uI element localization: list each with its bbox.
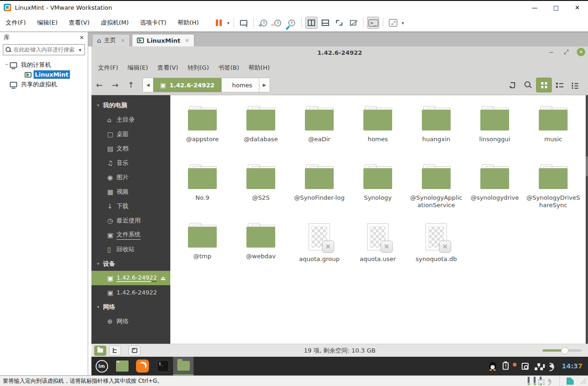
nemo-sidebar-item[interactable]: ▢ 桌面 xyxy=(91,127,170,141)
file-item[interactable]: ✕ @SynologyDriveShareSync xyxy=(524,160,582,219)
vmware-menu-item[interactable]: 虚拟机(M) xyxy=(95,17,134,29)
show-desktop-button[interactable] xyxy=(112,357,132,375)
vmware-menu-item[interactable]: 选项卡(T) xyxy=(134,17,172,29)
vmware-menu-item[interactable]: 编辑(E) xyxy=(32,17,63,29)
show-library-button[interactable] xyxy=(305,17,317,29)
up-button[interactable]: ↑ xyxy=(123,78,139,92)
nemo-menu-item[interactable]: 查看(V) xyxy=(153,62,183,74)
minimize-button[interactable]: — xyxy=(524,1,545,13)
removable-media-icon[interactable] xyxy=(522,363,529,370)
maximize-button[interactable]: □ xyxy=(545,1,567,13)
library-tree-item[interactable]: − 我的计算机 xyxy=(0,60,88,70)
nemo-menu-item[interactable]: 文件(F) xyxy=(93,62,123,74)
nemo-sidebar-item[interactable]: ▣ 1.42.6-24922 ⏏ xyxy=(91,271,170,285)
nemo-sidebar-item[interactable]: ▣ 文件系统 xyxy=(91,228,170,242)
nemo-menu-item[interactable]: 转到(G) xyxy=(183,62,213,74)
close-button[interactable]: ✕ xyxy=(567,1,588,13)
nemo-sidebar-item[interactable]: ◷ 最近使用 xyxy=(91,213,170,228)
vmware-menu-item[interactable]: 查看(V) xyxy=(63,17,95,29)
icon-view-button[interactable] xyxy=(536,78,552,92)
file-item[interactable]: ✕ @database xyxy=(232,102,290,160)
terminal-launcher[interactable]: $_ xyxy=(153,357,173,375)
zoom-slider-handle[interactable] xyxy=(561,347,569,354)
file-item[interactable]: ✕ @synologydrive xyxy=(465,160,524,219)
library-close-button[interactable]: ✕ xyxy=(79,34,84,41)
stretch-dropdown[interactable]: ▾ xyxy=(400,20,405,26)
file-item[interactable]: ✕ synoquota.db xyxy=(407,219,465,277)
suspend-button[interactable] xyxy=(213,17,225,29)
file-item[interactable]: ✕ aquota.user xyxy=(349,219,407,277)
nemo-sidebar-item[interactable]: ▯ 回收站 xyxy=(91,242,170,256)
breadcrumb-prev-button[interactable]: ◀ xyxy=(143,78,153,92)
ctrl-alt-del-button[interactable] xyxy=(238,17,250,29)
breadcrumb-segment[interactable]: ▣ 1.42.6-24922 xyxy=(153,78,221,92)
nemo-restore-button[interactable]: ⤢ xyxy=(562,48,570,56)
revert-snapshot-button[interactable]: ← xyxy=(271,17,284,29)
taskbar-clock[interactable]: 14:37 xyxy=(562,362,582,370)
file-item[interactable]: ✕ aquota.group xyxy=(290,219,349,277)
tree-expander-icon[interactable]: − xyxy=(4,62,10,68)
suspend-dropdown[interactable]: ▾ xyxy=(226,20,231,26)
nemo-menu-item[interactable]: 编辑(E) xyxy=(123,62,153,74)
file-pane-scrollbar[interactable] xyxy=(586,95,588,344)
nemo-sidebar-item[interactable]: ↓ 下载 xyxy=(91,199,170,213)
search-options-dropdown[interactable]: ▾ xyxy=(78,47,83,52)
list-view-button[interactable] xyxy=(552,78,568,92)
file-pane[interactable]: ✕ @appstore ✕ @database ✕ xyxy=(170,95,588,344)
breadcrumb-next-button[interactable]: ▶ xyxy=(259,78,270,92)
nemo-sidebar-item[interactable]: ▣ 1.42.6-24922 xyxy=(91,285,170,300)
nemo-sidebar-item[interactable]: ◉ 图片 xyxy=(91,170,170,184)
vmware-tab[interactable]: ⌂ 主页 ✕ xyxy=(92,34,130,46)
file-item[interactable]: ✕ @SynoFinder-log xyxy=(290,160,349,219)
nemo-sidebar-item[interactable]: ▤ 文档 xyxy=(91,141,170,156)
volume-icon[interactable] xyxy=(549,363,553,369)
compact-view-button[interactable] xyxy=(568,78,583,92)
eject-icon[interactable]: ⏏ xyxy=(161,275,166,281)
hard-disk-2-status[interactable] xyxy=(534,378,536,385)
console-view-button[interactable]: >_ xyxy=(367,17,379,29)
breadcrumb-segment[interactable]: homes xyxy=(221,78,259,92)
vmware-tools-tux-icon[interactable] xyxy=(489,362,496,370)
files-window-button[interactable] xyxy=(173,357,194,375)
vmware-menu-item[interactable]: 帮助(H) xyxy=(172,17,205,29)
nemo-menu-item[interactable]: 书签(B) xyxy=(213,62,244,74)
tree-expander-icon[interactable] xyxy=(19,72,25,78)
file-item[interactable]: ✕ No.9 xyxy=(173,160,232,219)
unity-mode-button[interactable] xyxy=(347,17,359,29)
file-item[interactable]: ✕ huangxin xyxy=(407,102,465,160)
nemo-close-button[interactable]: ✕ xyxy=(577,48,585,56)
file-item[interactable]: ✕ @SynologyApplicationService xyxy=(407,160,465,219)
file-item[interactable]: ✕ @appstore xyxy=(173,102,232,160)
file-item[interactable]: ✕ homes xyxy=(349,102,407,160)
tree-expander-icon[interactable] xyxy=(4,81,10,87)
nemo-sidebar-item[interactable]: ⊕ 网络 xyxy=(91,314,170,328)
library-search-input[interactable] xyxy=(13,46,78,53)
fullscreen-button[interactable] xyxy=(333,17,345,29)
tab-close-icon[interactable]: ✕ xyxy=(121,38,125,44)
take-snapshot-button[interactable]: + xyxy=(258,17,270,29)
library-search-box[interactable]: ▾ xyxy=(3,44,85,55)
file-item[interactable]: ✕ @tmp xyxy=(173,219,232,277)
nemo-sidebar-item[interactable]: 设备 xyxy=(91,256,170,271)
network-adapter-status[interactable] xyxy=(540,378,542,385)
file-item[interactable]: ✕ Synology xyxy=(349,160,407,219)
nemo-sidebar-item[interactable]: ♫ 音乐 xyxy=(91,156,170,170)
stretch-guest-button[interactable]: ⤢ xyxy=(387,17,399,29)
library-tree-item[interactable]: LinuxMint xyxy=(0,70,88,79)
clipboard-icon[interactable]: ! xyxy=(503,362,509,370)
message-log-icon[interactable] xyxy=(567,378,574,385)
nemo-sidebar-item[interactable]: 我的电脑 xyxy=(91,98,170,112)
search-button[interactable] xyxy=(520,78,536,92)
network-tray-icon[interactable] xyxy=(537,363,540,366)
nemo-menu-item[interactable]: 帮助(H) xyxy=(244,62,274,74)
file-item[interactable]: ✕ @S2S xyxy=(232,160,290,219)
nemo-sidebar-item[interactable]: ⌂ 主目录 xyxy=(91,112,170,127)
tab-close-icon[interactable]: ✕ xyxy=(185,38,189,44)
vmware-menu-item[interactable]: 文件(F) xyxy=(0,17,32,29)
file-item[interactable]: ✕ linsonggui xyxy=(465,102,524,160)
nemo-titlebar[interactable]: 1.42.6-24922 − ⤢ ✕ xyxy=(91,46,588,60)
library-tree-item[interactable]: 共享的虚拟机 xyxy=(0,79,88,89)
sound-status-icon[interactable] xyxy=(548,379,550,383)
resize-grip[interactable] xyxy=(580,378,586,384)
nemo-sidebar-item[interactable]: ▦ 视频 xyxy=(91,184,170,199)
